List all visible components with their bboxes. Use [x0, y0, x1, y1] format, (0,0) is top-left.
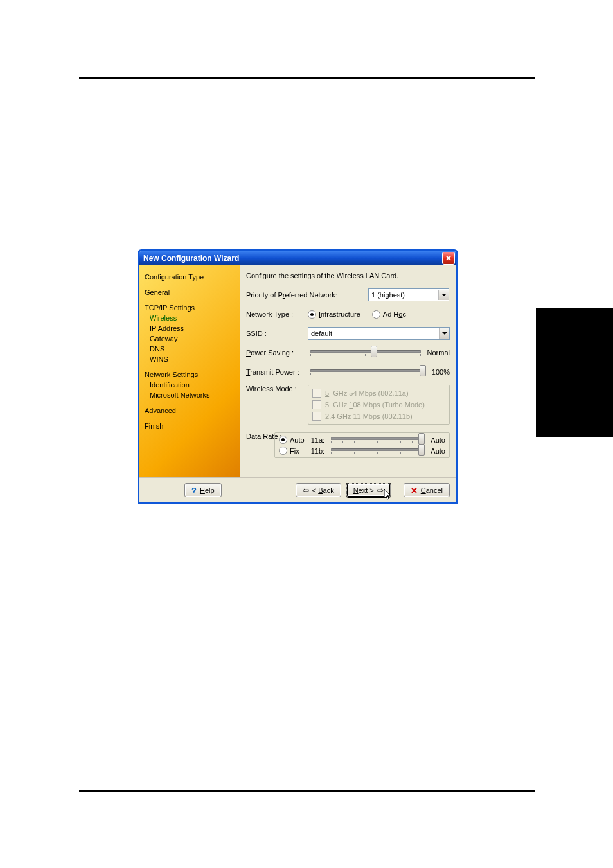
- sidebar-item-ip-address[interactable]: IP Address: [145, 323, 236, 333]
- back-button[interactable]: < Back: [296, 483, 341, 497]
- sidebar-item-advanced[interactable]: Advanced: [145, 405, 236, 416]
- next-label: Next >: [353, 486, 374, 494]
- arrow-right-icon: [377, 486, 384, 495]
- checkbox-mode-5ghz-54[interactable]: 5 GHz 54 Mbps (802.11a): [312, 387, 445, 399]
- infrastructure-label: Infrastructure: [319, 310, 360, 318]
- sidebar-item-wins[interactable]: WINS: [145, 354, 236, 364]
- wireless-mode-label: Wireless Mode :: [246, 385, 308, 393]
- dr-11a-label: 11a:: [311, 436, 324, 444]
- checkbox-icon: [312, 400, 321, 409]
- sidebar: Configuration Type General TCP/IP Settin…: [139, 265, 240, 477]
- chevron-down-icon: [438, 290, 449, 300]
- cursor-icon: [384, 489, 393, 500]
- help-label: Help: [200, 486, 215, 494]
- sidebar-item-identification[interactable]: Identification: [145, 380, 236, 390]
- sidebar-item-wireless[interactable]: Wireless: [145, 313, 236, 323]
- priority-value: 1 (highest): [371, 291, 438, 299]
- data-rate-group: Auto 11a: Auto Fix: [274, 432, 450, 458]
- checkbox-icon: [312, 412, 321, 421]
- fix-label: Fix: [290, 447, 299, 455]
- mode-5ghz-108-label: 5 GHz 108 Mbps (Turbo Mode): [325, 401, 425, 409]
- radio-fix[interactable]: Fix: [279, 447, 299, 455]
- dr-11a-slider[interactable]: [328, 437, 427, 443]
- next-button[interactable]: Next >: [346, 483, 391, 497]
- radio-icon: [372, 310, 380, 319]
- titlebar: New Configuration Wizard ✕: [139, 251, 456, 265]
- mode-24ghz-11-label: 2.4 GHz 11 Mbps (802.11b): [325, 412, 413, 420]
- page-bottom-rule: [79, 790, 535, 792]
- dr-11a-value: Auto: [431, 436, 445, 444]
- adhoc-label: Ad Hoc: [383, 310, 406, 318]
- power-saving-label: Power Saving :: [246, 349, 308, 357]
- dialog-title: New Configuration Wizard: [143, 254, 239, 263]
- dr-11b-slider[interactable]: [328, 448, 427, 454]
- radio-icon: [279, 436, 287, 444]
- page-side-black-bar: [536, 308, 613, 437]
- cancel-button[interactable]: ✕ Cancel: [404, 483, 450, 497]
- panel-description: Configure the settings of the Wireless L…: [246, 272, 450, 279]
- mode-5ghz-54-label: 5 GHz 54 Mbps (802.11a): [325, 389, 409, 397]
- dialog-footer: ? Help < Back Next > ✕ Cancel: [139, 477, 456, 502]
- power-saving-value: Normal: [427, 349, 450, 357]
- sidebar-item-config-type[interactable]: Configuration Type: [145, 272, 236, 282]
- main-panel: Configure the settings of the Wireless L…: [240, 265, 456, 477]
- sidebar-item-ms-networks[interactable]: Microsoft Networks: [145, 390, 236, 400]
- close-button[interactable]: ✕: [442, 252, 455, 265]
- dialog-body: Configuration Type General TCP/IP Settin…: [139, 265, 456, 477]
- checkbox-mode-5ghz-108[interactable]: 5 GHz 108 Mbps (Turbo Mode): [312, 399, 445, 411]
- checkbox-icon: [312, 389, 321, 398]
- wireless-mode-group: 5 GHz 54 Mbps (802.11a) 5 GHz 108 Mbps (…: [308, 385, 450, 425]
- radio-auto[interactable]: Auto: [279, 436, 305, 444]
- cancel-label: Cancel: [421, 486, 443, 494]
- priority-label: Priority of Preferred Network:: [246, 291, 362, 299]
- dr-11b-label: 11b:: [311, 447, 324, 455]
- arrow-left-icon: [303, 486, 309, 495]
- sidebar-item-network-settings[interactable]: Network Settings: [145, 369, 236, 380]
- transmit-power-value: 100%: [432, 368, 450, 376]
- page-top-rule: [79, 77, 535, 79]
- dr-11b-value: Auto: [431, 447, 445, 455]
- auto-label: Auto: [290, 436, 305, 444]
- back-label: < Back: [312, 486, 334, 494]
- sidebar-item-dns[interactable]: DNS: [145, 344, 236, 354]
- radio-adhoc[interactable]: Ad Hoc: [372, 310, 406, 319]
- priority-dropdown[interactable]: 1 (highest): [368, 288, 449, 301]
- checkbox-mode-24ghz-11[interactable]: 2.4 GHz 11 Mbps (802.11b): [312, 411, 445, 422]
- transmit-power-slider[interactable]: [308, 369, 428, 375]
- help-icon: ?: [191, 486, 197, 495]
- ssid-dropdown[interactable]: default: [308, 327, 450, 340]
- radio-icon: [279, 447, 287, 455]
- wizard-dialog: New Configuration Wizard ✕ Configuration…: [138, 249, 458, 504]
- sidebar-item-tcpip[interactable]: TCP/IP Settings: [145, 303, 236, 313]
- help-button[interactable]: ? Help: [184, 483, 222, 497]
- close-icon: ✕: [445, 254, 452, 262]
- x-icon: ✕: [411, 486, 418, 495]
- sidebar-item-general[interactable]: General: [145, 287, 236, 297]
- ssid-label: SSID :: [246, 330, 308, 337]
- radio-infrastructure[interactable]: Infrastructure: [308, 310, 360, 319]
- sidebar-item-finish[interactable]: Finish: [145, 421, 236, 431]
- ssid-value: default: [311, 330, 439, 337]
- power-saving-slider[interactable]: [308, 350, 423, 356]
- sidebar-item-gateway[interactable]: Gateway: [145, 333, 236, 344]
- chevron-down-icon: [439, 328, 449, 339]
- transmit-power-label: Transmit Power :: [246, 368, 308, 376]
- radio-icon: [308, 310, 316, 319]
- network-type-label: Network Type :: [246, 310, 308, 318]
